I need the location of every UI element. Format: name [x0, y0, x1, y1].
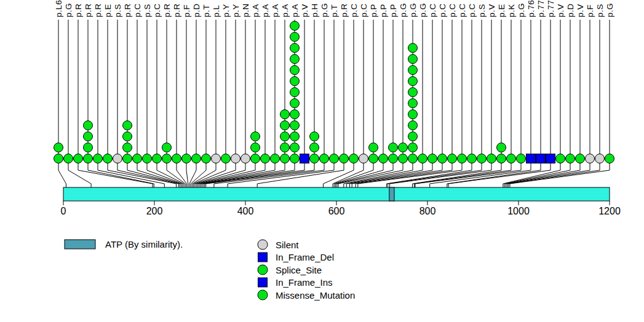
- mutation-circle-missense_mutation: [290, 121, 300, 130]
- mutation-circle-missense_mutation: [408, 110, 418, 119]
- mutation-label: p.R: [340, 3, 349, 17]
- mutation-circle-missense_mutation: [497, 143, 506, 152]
- mutation-circle-missense_mutation: [143, 154, 152, 163]
- mutation-circle-missense_mutation: [399, 143, 408, 152]
- mutation-circle-missense_mutation: [221, 154, 231, 163]
- mutation-circle-missense_mutation: [369, 154, 378, 163]
- stem-layer: [58, 20, 610, 170]
- mutation-label: p.P: [369, 4, 378, 17]
- mutation-circle-missense_mutation: [477, 154, 487, 163]
- mutation-circle-missense_mutation: [123, 132, 132, 141]
- mutation-circle-missense_mutation: [123, 154, 132, 163]
- mutation-square-in_frame_ins: [546, 154, 555, 163]
- legend-in-frame-ins-label: In_Frame_Ins: [276, 277, 333, 288]
- axis-tick-label: 0: [61, 206, 66, 216]
- mutation-label: p.A: [290, 4, 300, 17]
- mutation-label-layer: p.L6p.Gp.Rp.Rp.Rp.Ep.Sp.Rp.Cp.Sp.Cp.Rp.R…: [54, 0, 614, 17]
- legend-silent-label: Silent: [276, 240, 299, 250]
- mutation-label: p.N: [241, 3, 250, 17]
- mutation-square-in_frame_del: [527, 154, 536, 163]
- mutation-label: p.P: [389, 4, 398, 17]
- mutation-label: p.H: [310, 3, 319, 17]
- mutation-label: p.G: [408, 3, 418, 17]
- mutation-circle-missense_mutation: [123, 121, 132, 130]
- atp-domain-swatch: [65, 240, 95, 249]
- mutation-label: p.A: [251, 4, 260, 17]
- mutation-circle-missense_mutation: [349, 154, 359, 163]
- mutation-circle-missense_mutation: [271, 154, 280, 163]
- mutation-circle-missense_mutation: [54, 154, 63, 163]
- mutation-circle-missense_mutation: [290, 33, 300, 42]
- mutation-circle-missense_mutation: [399, 154, 408, 163]
- mutation-circle-missense_mutation: [251, 132, 260, 141]
- mutation-label: p.77: [546, 0, 555, 17]
- x-axis-layer: 020040060080010001200: [61, 201, 621, 216]
- mutation-circle-missense_mutation: [290, 77, 300, 86]
- mutation-circle-missense_mutation: [517, 154, 526, 163]
- mutation-circle-missense_mutation: [408, 77, 418, 86]
- mutation-circle-missense_mutation: [605, 154, 614, 163]
- mutation-circle-missense_mutation: [310, 143, 319, 152]
- axis-tick-label: 1000: [507, 206, 530, 216]
- axis-tick-label: 400: [237, 206, 254, 216]
- mutation-label: p.R: [162, 3, 172, 17]
- mutation-circle-missense_mutation: [84, 121, 93, 130]
- mutation-circle-silent: [113, 154, 122, 163]
- axis-tick-label: 1200: [598, 206, 621, 216]
- mutation-label: p.K: [507, 4, 516, 17]
- mutation-circle-missense_mutation: [408, 55, 418, 64]
- mutation-label: p.R: [172, 3, 181, 17]
- mutation-circle-missense_mutation: [507, 154, 516, 163]
- legend-missense-label: Missense_Mutation: [276, 290, 355, 300]
- mutation-circle-missense_mutation: [162, 143, 172, 152]
- mutation-circle-missense_mutation: [64, 154, 73, 163]
- mutation-circle-missense_mutation: [320, 154, 329, 163]
- mutation-label: p.A: [261, 4, 270, 17]
- mutation-circle-missense_mutation: [408, 88, 418, 97]
- mutation-circle-silent: [595, 154, 605, 163]
- mutation-label: p.G: [399, 3, 408, 17]
- mutation-label: p.R: [74, 3, 83, 17]
- mutation-circle-missense_mutation: [172, 154, 181, 163]
- mutation-circle-missense_mutation: [123, 143, 132, 152]
- mutation-label: p.A: [280, 4, 290, 17]
- mutation-circle-missense_mutation: [290, 132, 300, 141]
- mutation-label: p.V: [556, 4, 565, 17]
- mutation-circle-missense_mutation: [408, 154, 418, 163]
- axis-tick-label: 600: [328, 206, 345, 216]
- mutation-circle-missense_mutation: [153, 154, 162, 163]
- mutation-circle-missense_mutation: [310, 132, 319, 141]
- mutation-circle-missense_mutation: [103, 154, 113, 163]
- mutation-circle-missense_mutation: [438, 154, 447, 163]
- mutation-circle-missense_mutation: [74, 154, 83, 163]
- mutation-label: p.R: [93, 3, 103, 17]
- legend-in-frame-del-label: In_Frame_Del: [276, 252, 334, 262]
- mutation-label: p.V: [576, 4, 585, 17]
- mutation-circle-missense_mutation: [290, 110, 300, 119]
- mutation-label: p.C: [438, 3, 447, 17]
- mutation-circle-missense_mutation: [497, 154, 506, 163]
- mutation-circle-missense_mutation: [290, 154, 300, 163]
- mutation-label: p.G: [320, 3, 329, 17]
- mutation-label: p.F: [586, 4, 595, 17]
- mutation-circle-missense_mutation: [182, 154, 191, 163]
- atp-domain-label: ATP (By similarity).: [105, 239, 183, 249]
- mutation-circle-missense_mutation: [467, 154, 477, 163]
- mutation-circle-missense_mutation: [202, 154, 211, 163]
- mutation-label: p.S: [143, 4, 152, 17]
- mutation-circle-missense_mutation: [84, 143, 93, 152]
- mutation-label: p.R: [123, 3, 132, 17]
- mutation-label: p.S: [113, 4, 122, 17]
- mutation-circle-missense_mutation: [556, 154, 565, 163]
- legend-missense-icon: [258, 290, 268, 300]
- mutation-label: p.R: [84, 3, 93, 17]
- mutation-circle-missense_mutation: [251, 143, 260, 152]
- axis-tick-label: 200: [146, 206, 163, 216]
- mutation-circle-missense_mutation: [280, 110, 290, 119]
- mutation-circle-missense_mutation: [290, 88, 300, 97]
- mutation-label: p.Y: [231, 4, 241, 17]
- mutation-label: p.V: [300, 4, 309, 17]
- protein-bar-layer: [63, 187, 610, 201]
- mutation-circle-silent: [359, 154, 368, 163]
- mutation-circle-missense_mutation: [290, 44, 300, 53]
